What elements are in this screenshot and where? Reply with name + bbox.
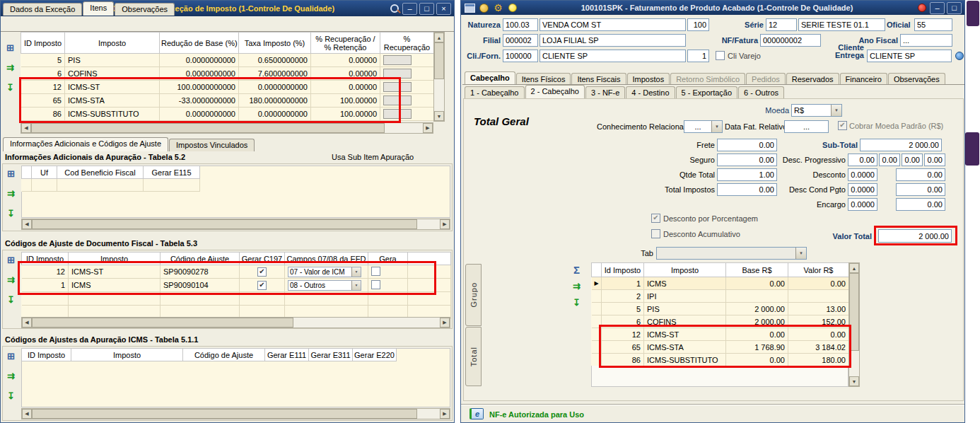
col-imposto[interactable]: Imposto (644, 263, 726, 277)
tax-grid-vscroll[interactable]: ▲ ▼ (433, 32, 445, 122)
cell-base[interactable]: 1 768.90 (726, 341, 788, 354)
cell-recuperacao[interactable]: 0.00000 (311, 54, 380, 67)
col-gerar-e115[interactable]: Gerar E115 (144, 166, 200, 179)
encargo-valor-field[interactable] (896, 198, 945, 211)
insert-row-icon[interactable]: ⊞ (5, 350, 17, 361)
scroll-down-icon[interactable]: ▼ (434, 111, 444, 121)
tools-icon[interactable]: ⚙ (492, 2, 504, 13)
cell-imposto[interactable]: ICMS-ST (644, 328, 726, 341)
subtab-1-cabecalho[interactable]: 1 - Cabeçalho (465, 86, 525, 98)
scroll-thumb[interactable] (849, 273, 859, 351)
campos-efd-select[interactable]: 08 - Outros▼ (288, 280, 361, 291)
col-gerar-e111[interactable]: Gerar E111 (265, 349, 309, 361)
cell-gerar-c197[interactable] (240, 265, 285, 279)
cell-recuperacao[interactable]: 100.00000 (311, 94, 380, 108)
cell-base[interactable]: 0.00 (726, 328, 788, 341)
filial-code-field[interactable] (503, 34, 538, 47)
col-codigo-ajuste[interactable]: Código de Ajuste (161, 253, 240, 265)
cell-id[interactable]: 12 (22, 265, 69, 279)
section-5-1-1-hscroll[interactable]: ◀ ▶ (21, 408, 450, 419)
section-5-3-hscroll[interactable]: ◀ ▶ (21, 317, 450, 328)
qtde-total-field[interactable] (717, 168, 777, 181)
col-uf[interactable]: Uf (32, 166, 57, 179)
cell-campos[interactable]: 08 - Outros▼ (285, 279, 368, 292)
col-imposto[interactable]: Imposto (69, 253, 161, 265)
tab-select[interactable]: ▼ (656, 247, 807, 260)
imposto-row[interactable]: 2IPI (592, 290, 849, 303)
dropdown-icon[interactable]: ▼ (831, 105, 841, 116)
desc-prog-field-2[interactable] (879, 153, 900, 166)
cell-imposto[interactable]: COFINS (65, 67, 160, 81)
insert-row-icon[interactable]: ⊞ (4, 42, 16, 53)
imposto-row[interactable]: 65ICMS-STA1 768.903 184.02 (592, 341, 849, 354)
col-campos-efd[interactable]: Campos 07/08 da EFD (285, 253, 368, 265)
export-icon[interactable]: ⇉ (5, 187, 17, 199)
alert-icon[interactable] (916, 2, 928, 13)
scroll-right-icon[interactable]: ▶ (440, 219, 450, 229)
cell[interactable] (240, 292, 285, 306)
subtab-5-exportacao[interactable]: 5 - Exportação (676, 86, 738, 98)
natureza-desc-field[interactable] (539, 18, 686, 31)
data-fat-field[interactable] (784, 120, 829, 133)
cell-base[interactable]: 0.00 (726, 277, 788, 290)
tab-cabecalho[interactable]: Cabeçalho (465, 71, 515, 85)
cell-imposto[interactable]: ICMS-ST (65, 81, 160, 94)
cell[interactable] (57, 179, 144, 192)
scroll-left-icon[interactable]: ◀ (22, 318, 32, 328)
subtab-2-cabecalho[interactable]: 2 - Cabeçalho (525, 85, 585, 98)
col-gerar-e220[interactable]: Gerar E220 (353, 349, 397, 361)
minimize-button[interactable]: – (930, 2, 945, 14)
export-icon[interactable]: ⇉ (571, 280, 583, 291)
seguro-field[interactable] (717, 153, 777, 166)
cell-id[interactable]: 1 (602, 277, 644, 290)
col-id-imposto[interactable]: ID Imposto (22, 349, 71, 361)
col-taxa[interactable]: Taxa Imposto (%) (239, 33, 311, 54)
tab-financeiro[interactable]: Financeiro (840, 73, 887, 85)
col-id-imposto[interactable]: ID Imposto (21, 33, 65, 54)
cell-reducao[interactable]: -33.0000000000 (160, 94, 239, 108)
tax-row[interactable]: 5PIS0.00000000000.65000000000.00000 (21, 54, 434, 67)
campos-efd-select[interactable]: 07 - Valor de ICM▼ (288, 267, 361, 277)
cell-reducao[interactable]: 0.0000000000 (160, 54, 239, 67)
cell-reducao[interactable]: 0.0000000000 (160, 108, 239, 121)
subtab-3-nfe[interactable]: 3 - NF-e (585, 86, 625, 98)
desc-prog-field-1[interactable] (848, 153, 877, 166)
desc-prog-field-3[interactable] (902, 153, 923, 166)
export-icon[interactable]: ⇉ (4, 62, 16, 73)
desconto-pct-field[interactable] (848, 168, 877, 181)
cell[interactable] (32, 179, 57, 192)
scroll-left-icon[interactable]: ◀ (22, 219, 32, 229)
col-codigo-ajuste[interactable]: Código de Ajuste (183, 349, 265, 361)
desc-cond-pct-field[interactable] (848, 183, 877, 196)
cli-forn-code-field[interactable] (503, 50, 538, 62)
cell-base[interactable]: 2 000.00 (726, 315, 788, 328)
cell-imposto[interactable]: ICMS-STA (65, 94, 160, 108)
tab-itens[interactable]: Itens (83, 1, 114, 16)
desconto-porcentagem-checkbox[interactable] (651, 214, 660, 223)
col-recuperacao[interactable]: %Recuperação (380, 33, 434, 54)
cliente-entrega-field[interactable] (867, 50, 952, 62)
docked-panel-tab[interactable] (965, 132, 979, 166)
right-titlebar[interactable]: ⚙ 100101SPK - Faturamento de Produto Aca… (461, 1, 964, 15)
cell-id[interactable]: 86 (602, 354, 644, 366)
side-tab-total[interactable]: Total (465, 327, 482, 386)
cli-forn-desc-field[interactable] (539, 50, 686, 62)
tax-grid-hscroll[interactable]: ◀ ▶ (21, 122, 433, 134)
cell-gerar-c197[interactable] (240, 279, 285, 292)
cell-id[interactable]: 6 (602, 315, 644, 328)
dropdown-icon[interactable]: ▼ (351, 267, 361, 277)
cell-reducao[interactable]: 0.0000000000 (160, 67, 239, 81)
scroll-left-icon[interactable]: ◀ (21, 123, 31, 133)
maximize-button[interactable]: □ (947, 2, 962, 14)
cell-id[interactable]: 12 (21, 81, 65, 94)
close-button[interactable]: × (436, 3, 451, 15)
cell-imposto[interactable]: ICMS-SUBSTITUTO (644, 354, 726, 366)
tax-row[interactable]: 65ICMS-STA-33.0000000000180.000000000010… (21, 94, 434, 108)
imposto-row[interactable]: ▶1ICMS0.000.00 (592, 277, 849, 290)
cell-imposto[interactable]: PIS (65, 54, 160, 67)
ajuste-row[interactable]: 1 ICMS SP90090104 08 - Outros▼ (22, 279, 451, 292)
impostos-grid-vscroll[interactable]: ▲ ▼ (848, 262, 860, 387)
cell-imposto[interactable]: ICMS-SUBSTITUTO (65, 108, 160, 121)
apply-icon[interactable]: ↧ (5, 294, 17, 305)
cell-id[interactable]: 2 (602, 290, 644, 303)
